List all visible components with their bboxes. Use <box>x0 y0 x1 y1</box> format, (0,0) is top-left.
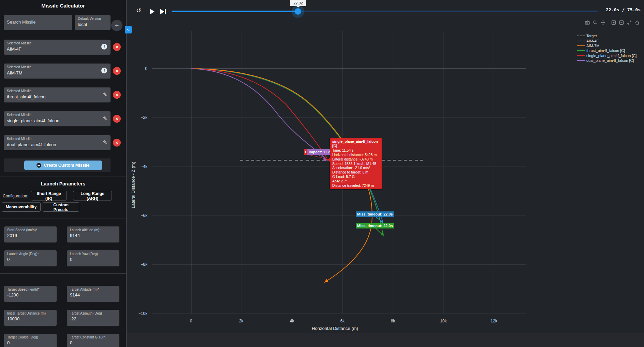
x-tick: 6k <box>340 319 345 323</box>
time-display: 22.0s / 75.0s <box>599 7 641 12</box>
create-custom-missile-button[interactable]: Create Custom Missile <box>24 161 102 170</box>
target-course-field[interactable]: Target Course (Deg) <box>4 334 57 347</box>
legend-item-target[interactable]: Target <box>577 33 636 38</box>
selected-missile-row[interactable]: Selected Missile thrust_aim4f_falcon ✎ <box>4 87 111 102</box>
launch-altitude-field[interactable]: Launch Altitude (m)* <box>67 226 119 242</box>
selected-missile-label: Selected Missile <box>7 137 31 141</box>
legend-label: dual_plane_aim4f_falcon [C] <box>586 58 634 63</box>
hover-tooltip-caret <box>327 158 330 162</box>
y-tick: −2k <box>127 115 147 120</box>
trajectory-single-plane-aim4f-falcon <box>191 69 327 158</box>
field-label: Target Azimuth (Deg) <box>70 311 102 315</box>
y-tick: −8k <box>127 262 147 267</box>
hover-tooltip-line: Acceleration: -21.0 m/s² <box>332 166 380 170</box>
search-missile-input[interactable] <box>7 19 69 25</box>
initial-target-distance-input[interactable] <box>7 316 54 321</box>
y-tick: −4k <box>127 164 147 169</box>
launch-yaw-field[interactable]: Launch Yaw (Deg) <box>67 250 119 266</box>
miss-timeout-label-blue: Miss, timeout: 22.0s <box>356 211 394 217</box>
pencil-icon[interactable]: ✎ <box>103 115 107 122</box>
zoom-in-icon[interactable] <box>610 19 617 26</box>
play-icon[interactable] <box>150 9 155 14</box>
preset-short-range-button[interactable]: Short Range (IR) <box>31 191 67 200</box>
selected-missile-row[interactable]: Selected Missile AIM-7M i <box>4 64 111 79</box>
time-slider-handle[interactable] <box>295 8 301 15</box>
target-azimuth-field[interactable]: Target Azimuth (Deg) <box>67 310 119 326</box>
legend-item-single-plane[interactable]: single_plane_aim4f_falcon [C] <box>577 53 636 58</box>
selected-missile-row[interactable]: Selected Missile dual_plane_aim4f_falcon… <box>4 135 111 150</box>
sidebar-resize-handle[interactable] <box>126 0 127 347</box>
pencil-icon[interactable]: ✎ <box>103 92 107 98</box>
target-speed-field[interactable]: Target Speed (km/h)* <box>4 286 57 302</box>
replay-icon[interactable]: ↺ <box>136 8 141 14</box>
footer-strip <box>127 333 644 347</box>
hover-tooltip-title: single_plane_aim4f_falcon [C] <box>332 139 380 148</box>
search-missile-box <box>4 15 72 30</box>
zoom-icon[interactable] <box>592 19 599 26</box>
remove-missile-button[interactable]: × <box>113 43 121 51</box>
hover-tooltip-line: Speed: 1586.1 km/h, M1.45 <box>332 162 380 166</box>
remove-missile-button[interactable]: × <box>113 91 121 99</box>
target-constant-g-turn-field[interactable]: Target Constant G Turn <box>67 334 119 347</box>
miss-leader-blue <box>375 216 382 222</box>
launch-yaw-input[interactable] <box>70 257 116 262</box>
x-axis-title: Horizontal Distance (m) <box>294 326 376 331</box>
field-label: Launch Angle (Deg)* <box>7 252 39 256</box>
missile-calculator-app: Missile Calculator Default Version local… <box>0 0 644 347</box>
x-tick: 2k <box>239 319 244 323</box>
remove-missile-button[interactable]: × <box>113 139 121 147</box>
legend-swatch <box>577 50 585 51</box>
legend-item-thrust[interactable]: thrust_aim4f_falcon [C] <box>577 48 636 53</box>
y-axis-title: Lateral Distance - Z (m) <box>131 144 136 226</box>
default-version-select[interactable]: Default Version local <box>75 15 111 30</box>
selected-missile-row[interactable]: Selected Missile single_plane_aim4f_falc… <box>4 111 111 126</box>
selected-missile-row[interactable]: Selected Missile AIM-4F i <box>4 40 111 55</box>
selected-missile-label: Selected Missile <box>7 89 31 93</box>
impact-label-purple: Impact: 11.2 <box>307 149 330 155</box>
legend-item-aim7m[interactable]: AIM-7M <box>577 43 636 48</box>
field-label: Launch Altitude (m)* <box>70 228 101 232</box>
legend-label: AIM-7M <box>586 44 600 48</box>
launch-angle-field[interactable]: Launch Angle (Deg)* <box>4 250 57 266</box>
field-label: Target Speed (km/h)* <box>7 288 40 291</box>
launch-altitude-input[interactable] <box>70 233 116 238</box>
legend-swatch <box>577 36 585 36</box>
skip-to-end-icon[interactable] <box>160 9 164 14</box>
start-speed-input[interactable] <box>7 233 54 238</box>
selected-missile-value: dual_plane_aim4f_falcon <box>7 142 56 147</box>
remove-missile-button[interactable]: × <box>113 115 121 123</box>
target-altitude-field[interactable]: Target Altitude (m)* <box>67 286 119 302</box>
add-missile-button[interactable]: + <box>111 20 122 31</box>
legend-item-aim4f[interactable]: AIM-4F <box>577 38 636 43</box>
miss-leader-green <box>375 228 382 234</box>
trajectory-dual-plane-aim4f-falcon <box>191 69 326 158</box>
legend-swatch <box>577 41 585 41</box>
time-slider-fill <box>172 11 298 12</box>
autoscale-icon[interactable] <box>626 19 633 26</box>
field-label: Start Speed (km/h)* <box>7 228 37 232</box>
preset-custom-presets-button[interactable]: Custom Presets <box>43 202 79 212</box>
remove-missile-button[interactable]: × <box>113 67 121 75</box>
hover-tooltip-line: Distance traveled: 7249 m <box>332 183 380 188</box>
legend-item-dual-plane[interactable]: dual_plane_aim4f_falcon [C] <box>577 58 636 63</box>
launch-angle-input[interactable] <box>7 257 54 262</box>
legend-swatch <box>577 45 585 46</box>
hover-tooltip-line: G Load: 5.7 G <box>332 175 380 179</box>
start-speed-field[interactable]: Start Speed (km/h)* <box>4 226 57 242</box>
preset-maneuverability-button[interactable]: Maneuverability <box>2 202 41 212</box>
home-icon[interactable] <box>634 19 641 26</box>
target-altitude-input[interactable] <box>70 292 116 297</box>
target-course-input[interactable] <box>7 340 54 345</box>
target-speed-input[interactable] <box>7 292 54 297</box>
pan-icon[interactable] <box>600 19 606 26</box>
zoom-out-icon[interactable] <box>618 19 625 26</box>
pencil-icon[interactable]: ✎ <box>103 139 107 145</box>
camera-icon[interactable] <box>584 19 591 26</box>
preset-long-range-button[interactable]: Long Range (ARH) <box>73 191 112 200</box>
info-icon[interactable]: i <box>101 68 107 73</box>
initial-target-distance-field[interactable]: Initial Target Distance (m) <box>4 310 57 326</box>
info-icon[interactable]: i <box>101 44 107 50</box>
sidebar-collapse-button[interactable]: < <box>125 26 132 33</box>
target-azimuth-input[interactable] <box>70 316 116 321</box>
target-constant-g-turn-input[interactable] <box>70 340 116 345</box>
